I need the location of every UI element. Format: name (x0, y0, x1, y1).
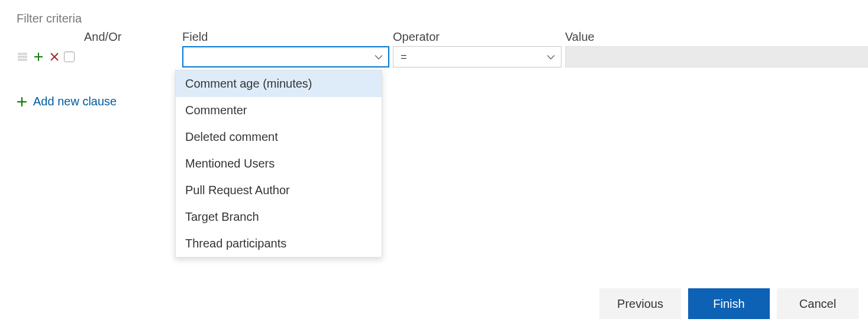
add-new-clause-button[interactable]: Add new clause (17, 95, 851, 108)
add-new-clause-label: Add new clause (33, 95, 117, 108)
chevron-down-icon (375, 51, 383, 63)
field-option[interactable]: Thread participants (176, 230, 382, 257)
svg-rect-0 (18, 53, 22, 54)
group-checkbox[interactable] (64, 52, 75, 62)
svg-rect-2 (18, 56, 22, 57)
value-input[interactable] (565, 46, 868, 67)
insert-clause-icon[interactable] (33, 50, 44, 63)
svg-rect-3 (23, 56, 27, 57)
column-header-operator: Operator (393, 30, 562, 46)
svg-rect-4 (18, 59, 22, 60)
delete-clause-icon[interactable] (49, 50, 60, 63)
previous-button[interactable]: Previous (599, 288, 681, 319)
svg-rect-1 (23, 53, 27, 54)
finish-button[interactable]: Finish (688, 288, 770, 319)
drag-handle-icon[interactable] (17, 50, 28, 63)
operator-combobox-value: = (401, 51, 407, 63)
column-header-value: Value (565, 30, 868, 46)
field-option[interactable]: Comment age (minutes) (176, 70, 382, 97)
operator-combobox[interactable]: = (393, 46, 562, 67)
field-combobox[interactable] (182, 46, 389, 67)
column-header-andor: And/Or (84, 30, 179, 46)
field-dropdown: Comment age (minutes)CommenterDeleted co… (175, 70, 382, 258)
filter-criteria-title: Filter criteria (17, 12, 851, 25)
chevron-down-icon (547, 51, 555, 63)
field-option[interactable]: Commenter (176, 97, 382, 124)
plus-icon (17, 96, 27, 107)
cancel-button[interactable]: Cancel (777, 288, 859, 319)
field-option[interactable]: Target Branch (176, 204, 382, 230)
column-header-field: Field (182, 30, 389, 46)
svg-rect-5 (23, 59, 27, 60)
field-option[interactable]: Pull Request Author (176, 177, 382, 204)
field-option[interactable]: Mentioned Users (176, 150, 382, 177)
field-option[interactable]: Deleted comment (176, 124, 382, 150)
